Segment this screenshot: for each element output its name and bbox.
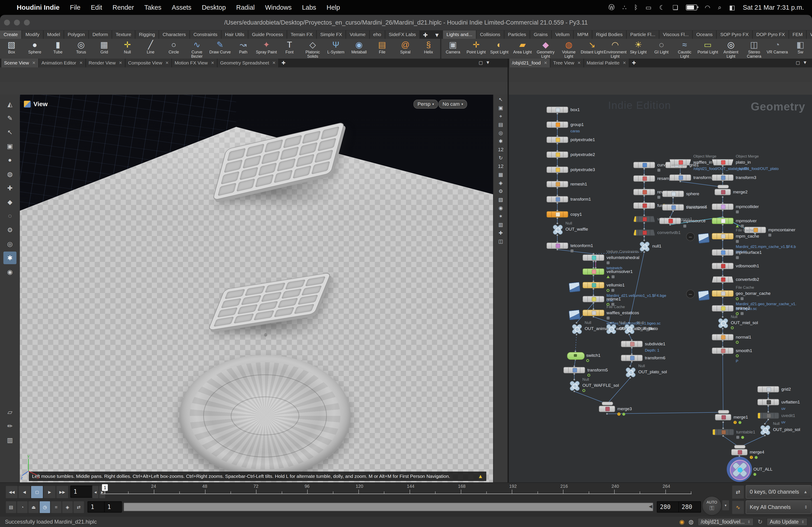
node-merge4[interactable] [731,449,748,455]
shelf-tool-tube[interactable]: ▮Tube [46,39,70,59]
shelf-tool-platonic-solids[interactable]: ◇Platonic Solids [301,39,324,59]
flag-clock[interactable] [586,359,589,362]
playbar-option-1-button[interactable]: ◔ [17,501,28,513]
animation-editor-button[interactable]: ∿ [732,500,744,514]
side-tool-1-icon[interactable]: ✎ [3,112,16,124]
display-icon[interactable]: ▭ [646,4,651,11]
flag-ok[interactable] [738,421,741,424]
menu-item-desktop[interactable]: Desktop [202,4,226,11]
shelf-tool-spray-paint[interactable]: ✦Spray Paint [255,39,278,59]
flag-clock[interactable] [582,389,585,392]
node-convertvdb2[interactable] [712,276,734,283]
pane-tab-composite-view[interactable]: Composite View✕ [126,59,172,67]
shelf-tab-characters[interactable]: Characters [159,30,190,39]
node-uvedit1[interactable] [757,412,779,419]
node-merge1[interactable] [715,414,731,420]
shelf-tool-sphere[interactable]: ●Sphere [23,39,46,59]
menubar-clock[interactable]: Sat 21 Mar 7:31 p.m. [743,4,804,11]
node-mpmsource[interactable] [659,218,681,224]
shelf-tool-spot-light[interactable]: ◐Spot Light [488,39,511,59]
flag-lock[interactable] [657,169,661,172]
shelf-tool-file[interactable]: ▤File [371,39,394,59]
node-mpmsurface1[interactable] [712,249,734,256]
shelf-tool-null[interactable]: ✛Null [116,39,139,59]
flag-lock[interactable] [768,234,771,237]
shelf-tab-texture[interactable]: Texture [112,30,135,39]
shelf-tool-path[interactable]: ↝Path [232,39,255,59]
flag-clock[interactable] [588,374,590,377]
menu-item-render[interactable]: Render [113,4,134,11]
range-slider[interactable]: ◀ [124,503,653,511]
right-tool-11-icon[interactable]: ⚙ [498,189,503,194]
node-transform5[interactable] [563,367,585,373]
close-tab-icon[interactable]: ✕ [79,60,83,65]
node-transform4[interactable] [662,204,684,211]
shelf-tab-collisions[interactable]: Collisions [476,30,504,39]
node-normal1[interactable] [712,334,734,340]
collapse-icon[interactable]: – [686,232,695,241]
auto-key-menu-button[interactable]: ▼ [722,500,729,511]
scoped-channels-button[interactable]: ⇄ [732,485,744,499]
shelf-tab-modify[interactable]: Modify [22,30,44,39]
node-curve1[interactable] [633,162,655,168]
shelf-tool-spiral[interactable]: @Spiral [394,39,417,59]
shelf-tab-lights-and-[interactable]: Lights and... [443,30,476,39]
shelf-tool-distant-light[interactable]: ↘Distant Light [580,39,604,59]
close-tab-icon[interactable]: ✕ [119,60,122,65]
menu-item-radial[interactable]: Radial [236,4,255,11]
transport-4-button[interactable]: ▶▶ [56,485,69,499]
range-end-field-1[interactable]: 280 [679,501,701,513]
node-polyextrude1[interactable] [547,137,568,143]
recook-icon[interactable]: ↻ [758,518,763,525]
shelf-tab-oceans[interactable]: Oceans [693,30,716,39]
side-tool-12-icon[interactable]: ◉ [3,266,16,278]
shelf-tool-draw-curve[interactable]: ✎Draw Curve [208,39,232,59]
node-polyextrude2[interactable] [547,151,568,158]
projection-selector[interactable]: Persp▾ [414,100,438,109]
side-tool-14-icon[interactable]: ✏ [3,420,16,432]
control-center-icon[interactable]: ◧ [729,4,735,11]
right-tool-1-icon[interactable]: ▣ [498,105,503,111]
node-mpm_cache[interactable] [712,233,734,239]
shelf-tool-curve-bezier[interactable]: ∿Curve Bezier [185,39,209,59]
context-path-field[interactable]: /obj/d21_food/vel...⇕ [698,518,754,526]
shelf-tool-sky-light[interactable]: ☀Sky Light [627,39,650,59]
screen-mirroring-icon[interactable]: ❏ [672,4,678,11]
playhead-flag[interactable]: 1 [102,484,108,491]
shelf-tab-rigging[interactable]: Rigging [135,30,159,39]
playbar-option-4-button[interactable]: ⌗ [50,501,62,513]
flag-ok[interactable] [755,456,758,459]
shelf-tab-terrain-fx[interactable]: Terrain FX [287,30,317,39]
shelf-tool-environment-light[interactable]: ◠Environment Light [604,39,627,59]
node-mpmcollider[interactable] [712,204,734,210]
input-source-icon[interactable]: ∴ [622,4,626,11]
side-tool-6-icon[interactable]: ✚ [3,182,16,194]
shelf-tool-point-light[interactable]: ✛Point Light [465,39,488,59]
side-tool-15-icon[interactable]: ▥ [3,434,16,446]
flag-tri[interactable] [607,275,610,278]
side-tool-8-icon[interactable]: ◌ [3,210,16,222]
wifi-icon[interactable]: ◠ [705,4,710,11]
node-merge3[interactable] [599,406,615,412]
node-plato_in[interactable] [712,159,734,165]
node-retime1[interactable] [583,296,604,302]
bypass-flag[interactable] [634,230,636,235]
shelf-tab-guide-process[interactable]: Guide Process [248,30,287,39]
shelf-tab-polygon[interactable]: Polygon [64,30,89,39]
node-smooth1[interactable] [712,348,734,354]
node-sphere[interactable] [662,191,684,197]
shelf-tab-add-tab[interactable]: ✚ [420,31,431,39]
flag-lock[interactable] [736,210,739,213]
shelf-tab-model[interactable]: Model [44,30,64,39]
bypass-flag[interactable] [713,430,715,435]
pane-tab--obj-d21-food[interactable]: /obj/d21_food✕ [509,59,550,67]
side-tool-13-icon[interactable]: ▱ [3,406,16,418]
shelf-tab-dop-pyro-fx[interactable]: DOP Pyro FX [753,30,789,39]
menu-item-file[interactable]: File [70,4,81,11]
pane-tab-scene-view[interactable]: Scene View✕ [1,59,39,67]
add-pane-tab[interactable]: ✚ [279,59,288,67]
right-tool-12-icon[interactable]: ▧ [498,197,503,202]
shelf-tool-line[interactable]: ╱Line [139,39,162,59]
shelf-tab-wires[interactable]: Wires [807,30,812,39]
flag-lock[interactable] [740,297,744,300]
